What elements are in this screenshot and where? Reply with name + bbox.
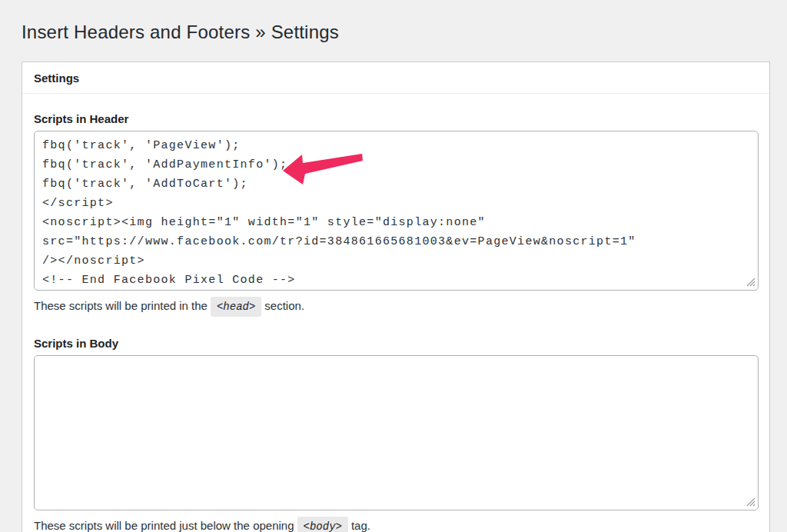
head-tag-chip: <head> (211, 297, 261, 317)
resize-grip-icon[interactable] (745, 496, 756, 507)
scripts-in-header-field: fbq('track', 'PageView'); fbq('track', '… (34, 131, 759, 291)
scripts-in-header-help: These scripts will be printed in the<hea… (34, 297, 758, 317)
panel-header-title: Settings (34, 71, 79, 85)
body-tag-chip: <body> (297, 517, 348, 532)
page-title: Insert Headers and Footers » Settings (22, 21, 339, 44)
help-text-before: These scripts will be printed in the (34, 299, 208, 312)
scripts-in-body-field (34, 355, 759, 510)
resize-grip-icon[interactable] (745, 276, 756, 288)
scripts-in-header-textarea[interactable]: fbq('track', 'PageView'); fbq('track', '… (34, 131, 759, 291)
panel-body: Scripts in Header fbq('track', 'PageView… (22, 94, 769, 532)
help-text-after: tag. (351, 519, 370, 532)
scripts-in-body-textarea[interactable] (34, 355, 759, 510)
help-text-before: These scripts will be printed just below… (34, 519, 294, 532)
help-text-after: section. (264, 299, 304, 312)
panel-header: Settings (22, 62, 769, 94)
scripts-in-body-label: Scripts in Body (34, 336, 758, 351)
settings-panel: Settings Scripts in Header fbq('track', … (22, 62, 770, 532)
scripts-in-body-help: These scripts will be printed just below… (34, 517, 758, 532)
scripts-in-header-label: Scripts in Header (34, 111, 758, 126)
